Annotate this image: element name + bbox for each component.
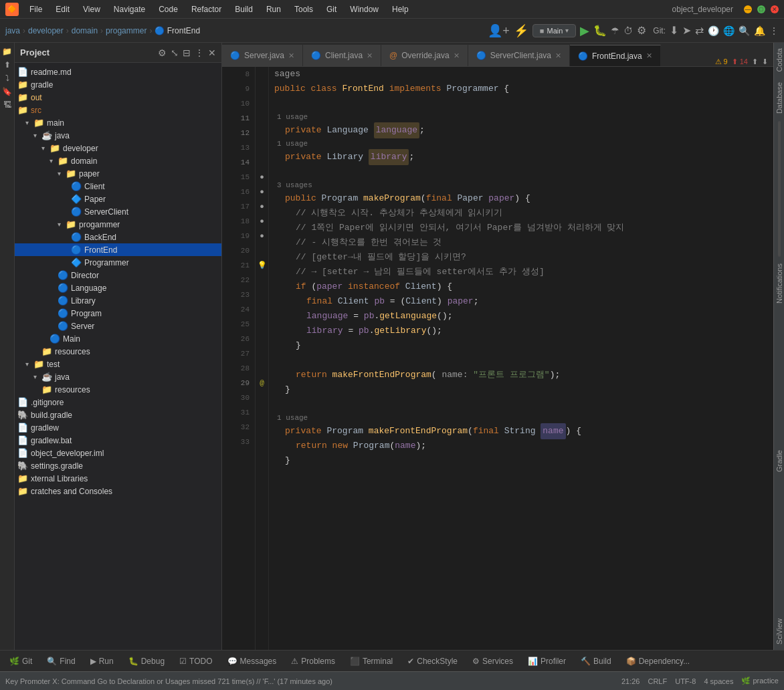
menu-view[interactable]: View (78, 3, 106, 15)
tree-item-test-resources[interactable]: 📁 resources (15, 383, 221, 396)
errors-indicator[interactable]: ⬆ 14 (732, 58, 748, 66)
git-pull-icon[interactable]: ⇄ (695, 24, 704, 37)
more-icon[interactable]: ⋮ (769, 25, 779, 36)
add-user-icon[interactable]: 👤+ (488, 23, 510, 38)
profile-icon[interactable]: ⏱ (623, 25, 633, 36)
search-icon[interactable]: 🔍 (739, 25, 750, 36)
menu-run[interactable]: Run (261, 3, 286, 15)
bottom-tab-find[interactable]: 🔍 Find (40, 654, 82, 669)
tree-item-ServerClient[interactable]: 🔵 ServerClient (15, 205, 221, 218)
tree-item-out[interactable]: 📁 out (15, 91, 221, 104)
tree-item-gradle[interactable]: 📁 gradle (15, 78, 221, 91)
breadcrumb-developer[interactable]: developer (28, 26, 64, 35)
tree-item-domain[interactable]: ▾ 📁 domain (15, 154, 221, 167)
bookmark-icon[interactable]: ⚡ (514, 23, 528, 38)
close-button[interactable]: ✕ (771, 5, 779, 13)
settings-icon[interactable]: ⚙ (637, 24, 646, 37)
status-line-col[interactable]: 21:26 (621, 677, 640, 685)
git-history-icon[interactable]: 🕐 (708, 25, 719, 36)
tree-item-main[interactable]: ▾ 📁 main (15, 116, 221, 129)
tree-item-FrontEnd[interactable]: 🔵 FrontEnd (15, 243, 221, 256)
gradle-panel-label[interactable]: Gradle (774, 445, 784, 477)
tab-override-close[interactable]: ✕ (454, 51, 460, 60)
tab-frontend[interactable]: 🔵 FrontEnd.java ✕ (570, 45, 661, 66)
tab-serverclient-close[interactable]: ✕ (555, 51, 561, 60)
notifications-panel[interactable]: Notifications (774, 258, 784, 309)
status-indent[interactable]: 4 spaces (704, 677, 733, 685)
codota-panel[interactable]: Codota (774, 43, 784, 77)
maximize-button[interactable]: □ (757, 5, 765, 13)
tree-item-gradlew[interactable]: 📄 gradlew (15, 421, 221, 434)
menu-window[interactable]: Window (345, 3, 384, 15)
sidebar-more-icon[interactable]: ⋮ (195, 47, 204, 58)
sciview-panel[interactable]: SciView (774, 613, 784, 650)
tree-item-gitignore[interactable]: 📄 .gitignore (15, 396, 221, 409)
tree-item-Client[interactable]: 🔵 Client (15, 180, 221, 193)
tree-item-object-dev[interactable]: 📄 object_developer.iml (15, 447, 221, 459)
git-fetch-icon[interactable]: ⬇ (670, 24, 678, 37)
tree-item-paper[interactable]: ▾ 📁 paper (15, 167, 221, 180)
project-icon[interactable]: 📁 (1, 45, 13, 58)
bottom-tab-messages[interactable]: 💬 Messages (221, 654, 284, 669)
tree-item-Main[interactable]: 🔵 Main (15, 332, 221, 345)
bottom-tab-problems[interactable]: ⚠ Problems (284, 654, 342, 669)
menu-tools[interactable]: Tools (289, 3, 318, 15)
tab-client[interactable]: 🔵 Client.java ✕ (303, 45, 381, 66)
menu-help[interactable]: Help (387, 3, 414, 15)
tree-item-Library[interactable]: 🔵 Library (15, 294, 221, 307)
sidebar-settings-icon[interactable]: ⚙ (158, 47, 167, 58)
menu-build[interactable]: Build (229, 3, 258, 15)
coverage-icon[interactable]: ☂ (611, 25, 619, 36)
tree-item-Server[interactable]: 🔵 Server (15, 320, 221, 332)
git-push-icon[interactable]: ➤ (682, 24, 691, 37)
tree-item-developer[interactable]: ▾ 📁 developer (15, 142, 221, 154)
tree-item-resources[interactable]: 📁 resources (15, 345, 221, 358)
bookmarks-icon[interactable]: 🔖 (1, 86, 13, 98)
database-panel[interactable]: Database (774, 77, 784, 119)
tree-item-BackEnd[interactable]: 🔵 BackEnd (15, 231, 221, 243)
bottom-tab-debug[interactable]: 🐛 Debug (122, 654, 171, 669)
tree-item-Language[interactable]: 🔵 Language (15, 281, 221, 294)
tree-item-test-java[interactable]: ▾ ☕ java (15, 370, 221, 383)
pull-requests-icon[interactable]: ⤵ (1, 72, 13, 84)
bottom-tab-run[interactable]: ▶ Run (84, 654, 120, 669)
code-editor[interactable]: 8 9 10 11 12 13 14 15 16 17 18 19 20 21 … (222, 67, 773, 650)
run-button[interactable]: ▶ (580, 23, 589, 38)
breadcrumb-frontend[interactable]: 🔵 FrontEnd (155, 26, 200, 35)
menu-code[interactable]: Code (153, 3, 183, 15)
minimize-button[interactable]: — (744, 5, 752, 13)
tree-item-test[interactable]: ▾ 📁 test (15, 358, 221, 370)
sidebar-collapse-icon[interactable]: ⊟ (183, 47, 191, 58)
debug-run-icon[interactable]: 🐛 (593, 24, 607, 37)
tree-item-src[interactable]: 📁 src (15, 104, 221, 116)
tree-item-Director[interactable]: 🔵 Director (15, 269, 221, 281)
translate-icon[interactable]: 🌐 (723, 25, 734, 36)
bottom-tab-checkstyle[interactable]: ✔ CheckStyle (401, 654, 464, 669)
tree-item-progammer[interactable]: ▾ 📁 progammer (15, 218, 221, 231)
sidebar-expand-icon[interactable]: ⤡ (171, 47, 179, 58)
scroll-up-icon[interactable]: ⬆ (752, 58, 758, 66)
tree-item-scratches[interactable]: 📁 cratches and Consoles (15, 485, 221, 497)
tree-item-Programmer[interactable]: 🔷 Programmer (15, 256, 221, 269)
commit-icon[interactable]: ⬆ (1, 59, 13, 71)
tab-serverclient[interactable]: 🔵 ServerClient.java ✕ (468, 45, 570, 66)
status-branch[interactable]: 🌿 practice (741, 677, 779, 685)
tree-item-java[interactable]: ▾ ☕ java (15, 129, 221, 142)
tree-item-Program[interactable]: 🔵 Program (15, 307, 221, 320)
breadcrumb-domain[interactable]: domain (72, 26, 98, 35)
run-config-button[interactable]: ■ Main ▾ (532, 24, 577, 37)
tab-override[interactable]: @ Override.java ✕ (381, 45, 468, 66)
tree-item-build-gradle[interactable]: 🐘 build.gradle (15, 409, 221, 421)
tree-item-readme[interactable]: 📄 readme.md (15, 66, 221, 78)
scroll-down-icon[interactable]: ⬇ (762, 58, 768, 66)
structure-icon[interactable]: 🏗 (1, 99, 13, 111)
status-encoding[interactable]: UTF-8 (675, 677, 696, 685)
menu-git[interactable]: Git (321, 3, 342, 15)
tree-item-external-libs[interactable]: 📁 xternal Libraries (15, 472, 221, 485)
menu-navigate[interactable]: Navigate (108, 3, 151, 15)
bottom-tab-build[interactable]: 🔨 Build (574, 654, 618, 669)
tree-item-Paper[interactable]: 🔷 Paper (15, 193, 221, 205)
sidebar-close-icon[interactable]: ✕ (208, 47, 216, 58)
bottom-tab-todo[interactable]: ☑ TODO (173, 654, 219, 669)
breadcrumb-java[interactable]: java (5, 26, 20, 35)
